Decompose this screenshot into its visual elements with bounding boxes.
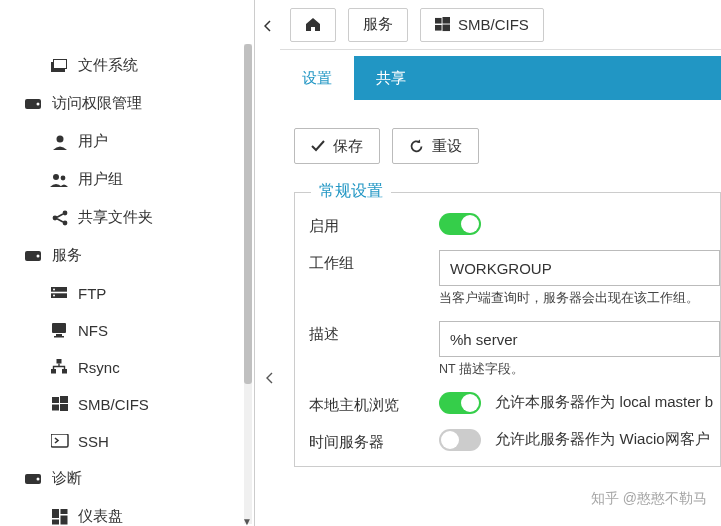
share-icon <box>50 209 70 227</box>
fieldset-title: 常规设置 <box>311 181 391 202</box>
svg-rect-22 <box>62 369 67 374</box>
windows-icon <box>50 395 70 413</box>
button-label: 重设 <box>432 137 462 156</box>
svg-rect-23 <box>52 397 59 403</box>
sidebar-label: 诊断 <box>52 469 82 488</box>
svg-point-5 <box>57 135 64 142</box>
field-workgroup: 工作组 当客户端查询时，服务器会出现在该工作组。 <box>309 250 720 307</box>
sidebar-item-sharedfolder[interactable]: 共享文件夹 <box>20 198 248 236</box>
sidebar-item-diagnostics[interactable]: 诊断 <box>20 459 248 497</box>
sidebar-item-rsync[interactable]: Rsync <box>20 348 248 385</box>
svg-rect-33 <box>61 515 68 524</box>
svg-rect-2 <box>54 60 66 68</box>
breadcrumb: 服务 SMB/CIFS <box>280 0 721 50</box>
enable-toggle[interactable] <box>439 213 481 235</box>
expand-handle-icon[interactable] <box>262 368 276 388</box>
timeserver-toggle[interactable] <box>439 429 481 451</box>
monitor-icon <box>50 321 70 339</box>
tab-label: 设置 <box>302 69 332 88</box>
sidebar-item-user[interactable]: 用户 <box>20 122 248 160</box>
drive-icon <box>24 470 44 488</box>
field-label: 工作组 <box>309 250 439 273</box>
svg-rect-21 <box>51 369 56 374</box>
svg-rect-26 <box>60 404 68 411</box>
reset-button[interactable]: 重设 <box>392 128 479 164</box>
main-content: 保存 重设 常规设置 启用 工作组 当客户端查询时，服务器会出现在该工作组。 描… <box>280 110 721 526</box>
field-help: 当客户端查询时，服务器会出现在该工作组。 <box>439 290 720 307</box>
sidebar-item-access[interactable]: 访问权限管理 <box>20 84 248 122</box>
toggle-text: 允许此服务器作为 Wiacio网客户 <box>495 430 709 447</box>
user-icon <box>50 133 70 151</box>
svg-rect-37 <box>435 18 442 24</box>
toggle-text: 允许本服务器作为 local master b <box>495 393 713 410</box>
field-label: 本地主机浏览 <box>309 392 439 415</box>
sidebar-item-filesystem[interactable]: 文件系统 <box>20 46 248 84</box>
field-localmaster: 本地主机浏览 允许本服务器作为 local master b <box>309 392 720 415</box>
breadcrumb-smb[interactable]: SMB/CIFS <box>420 8 544 42</box>
scroll-down-icon[interactable]: ▼ <box>242 516 254 526</box>
home-icon <box>305 17 321 32</box>
svg-rect-38 <box>443 17 451 24</box>
scrollbar-thumb[interactable] <box>244 44 252 384</box>
field-label: 启用 <box>309 213 439 236</box>
breadcrumb-home[interactable] <box>290 8 336 42</box>
general-settings-fieldset: 常规设置 启用 工作组 当客户端查询时，服务器会出现在该工作组。 描述 NT 描… <box>294 192 721 467</box>
svg-point-29 <box>37 477 40 480</box>
dashboard-icon <box>50 508 70 526</box>
drive-icon <box>24 247 44 265</box>
svg-rect-25 <box>52 405 59 411</box>
field-timeserver: 时间服务器 允许此服务器作为 Wiacio网客户 <box>309 429 720 452</box>
breadcrumb-label: SMB/CIFS <box>458 16 529 33</box>
sidebar-item-nfs[interactable]: NFS <box>20 311 248 348</box>
sidebar-label: SMB/CIFS <box>78 396 149 413</box>
network-icon <box>50 358 70 376</box>
sidebar-label: 文件系统 <box>78 56 138 75</box>
sidebar-item-services[interactable]: 服务 <box>20 236 248 274</box>
sidebar-label: FTP <box>78 285 106 302</box>
save-button[interactable]: 保存 <box>294 128 380 164</box>
svg-point-4 <box>37 102 40 105</box>
folder-stack-icon <box>50 57 70 75</box>
tab-settings[interactable]: 设置 <box>280 56 354 100</box>
svg-rect-20 <box>57 359 62 364</box>
svg-point-12 <box>37 254 40 257</box>
tab-shares[interactable]: 共享 <box>354 56 428 100</box>
sidebar-scrollbar[interactable]: ▼ <box>244 44 252 524</box>
group-icon <box>50 171 70 189</box>
check-icon <box>311 140 325 152</box>
sidebar-item-group[interactable]: 用户组 <box>20 160 248 198</box>
sidebar-label: 仪表盘 <box>78 507 123 526</box>
workgroup-input[interactable] <box>439 250 720 286</box>
svg-rect-39 <box>435 25 442 31</box>
sidebar-label: SSH <box>78 433 109 450</box>
field-enable: 启用 <box>309 213 720 236</box>
svg-point-6 <box>53 174 59 180</box>
svg-point-16 <box>53 295 55 297</box>
field-label: 描述 <box>309 321 439 344</box>
windows-icon <box>435 17 450 32</box>
sidebar-item-ssh[interactable]: SSH <box>20 422 248 459</box>
sidebar-tree: 文件系统 访问权限管理 用户 用户组 共享文件夹 服务 <box>0 0 254 526</box>
sidebar: 文件系统 访问权限管理 用户 用户组 共享文件夹 服务 <box>0 0 255 526</box>
svg-point-7 <box>61 175 66 180</box>
sidebar-label: 用户 <box>78 132 108 151</box>
sidebar-item-dashboard[interactable]: 仪表盘 <box>20 497 248 526</box>
sidebar-label: 访问权限管理 <box>52 94 142 113</box>
sidebar-label: 服务 <box>52 246 82 265</box>
svg-rect-24 <box>60 396 68 403</box>
field-description: 描述 NT 描述字段。 <box>309 321 720 378</box>
sidebar-item-smb[interactable]: SMB/CIFS <box>20 385 248 422</box>
sidebar-item-ftp[interactable]: FTP <box>20 274 248 311</box>
sidebar-label: NFS <box>78 322 108 339</box>
breadcrumb-label: 服务 <box>363 15 393 34</box>
svg-rect-30 <box>52 509 59 518</box>
tab-bar: 设置 共享 <box>280 56 721 100</box>
collapse-sidebar-icon[interactable] <box>260 18 276 34</box>
drive-icon <box>24 95 44 113</box>
breadcrumb-services[interactable]: 服务 <box>348 8 408 42</box>
button-label: 保存 <box>333 137 363 156</box>
watermark-text: 知乎 @憨憨不勒马 <box>591 490 707 508</box>
sidebar-label: 共享文件夹 <box>78 208 153 227</box>
localmaster-toggle[interactable] <box>439 392 481 414</box>
description-input[interactable] <box>439 321 720 357</box>
